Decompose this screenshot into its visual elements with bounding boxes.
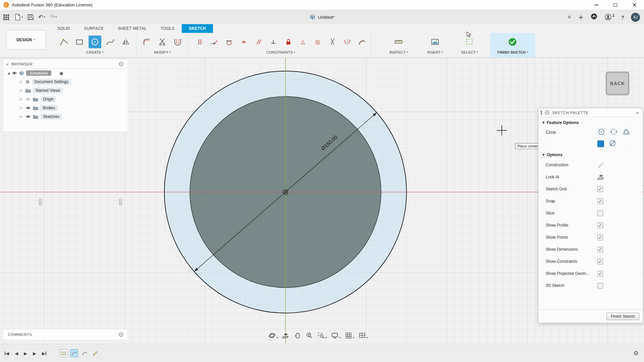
zoom-window-button[interactable]: ▾ — [317, 332, 327, 339]
activate-document-radio[interactable]: ◉ — [59, 71, 63, 75]
offset-tool-button[interactable] — [171, 36, 184, 48]
center-diameter-circle-option[interactable] — [597, 128, 605, 137]
snap-checkbox[interactable]: ✓ — [597, 198, 603, 204]
browser-item-named-views[interactable]: ▷ Named Views — [3, 86, 127, 95]
equal-constraint-button[interactable]: = — [239, 36, 249, 48]
eye-icon[interactable] — [25, 105, 31, 111]
fix-constraint-button[interactable] — [283, 36, 293, 48]
document-tab[interactable]: Untitled* — [310, 10, 334, 24]
selected-circle-mode-tile[interactable] — [597, 140, 604, 147]
show-projected-geometry-checkbox[interactable]: ✓ — [597, 271, 603, 277]
disclosure-triangle-icon[interactable]: ▷ — [19, 80, 23, 83]
viewports-button[interactable]: ▾ — [359, 332, 368, 339]
constraints-dropdown[interactable]: CONSTRAINTS ▾ — [266, 50, 295, 54]
palette-header[interactable]: SKETCH PALETTE » — [538, 108, 643, 117]
eye-icon[interactable] — [12, 70, 17, 76]
look-at-button-palette[interactable] — [597, 173, 605, 181]
go-to-start-button[interactable]: ◀ — [5, 351, 9, 356]
sketch-grid-checkbox[interactable]: ✓ — [597, 186, 603, 192]
insert-dropdown[interactable]: INSERT ▾ — [427, 50, 443, 54]
step-back-button[interactable]: ◀ — [15, 351, 18, 356]
insert-image-button[interactable] — [429, 36, 441, 48]
data-panel-button[interactable] — [3, 14, 10, 21]
zoom-button[interactable] — [306, 332, 313, 339]
tangent-circle-option[interactable] — [608, 139, 616, 148]
minimize-button[interactable] — [587, 0, 606, 10]
workspace-selector[interactable]: DESIGN ▾ — [6, 30, 46, 50]
curvature-constraint-button[interactable] — [357, 36, 367, 48]
browser-item-label[interactable]: Origin — [40, 96, 56, 102]
select-dropdown[interactable]: SELECT ▾ — [461, 50, 478, 54]
viewcube[interactable]: BACK — [606, 72, 629, 95]
parallel-constraint-button[interactable]: // — [254, 36, 264, 48]
feature-options-section[interactable]: ▼ Feature Options — [538, 117, 643, 127]
timeline-sketch-feature[interactable] — [80, 349, 89, 357]
save-button[interactable] — [27, 14, 34, 20]
rectangle-tool-button[interactable] — [73, 36, 86, 48]
collinear-constraint-button[interactable]: ╳ — [327, 36, 337, 48]
viewcube-back-face[interactable]: BACK — [610, 81, 625, 86]
redo-button[interactable]: ↷ ▾ — [50, 14, 57, 20]
horizontal-vertical-constraint-button[interactable] — [195, 36, 205, 48]
eye-icon[interactable] — [25, 97, 31, 102]
browser-item-bodies[interactable]: ▷ Bodies — [3, 104, 127, 112]
3d-sketch-checkbox[interactable]: ✓ — [597, 283, 603, 289]
play-button[interactable]: ▶ — [24, 351, 27, 356]
three-point-circle-option[interactable] — [622, 128, 630, 137]
show-constraints-checkbox[interactable]: ✓ — [597, 259, 603, 264]
browser-item-label[interactable]: Document Settings — [32, 79, 71, 85]
browser-item-label[interactable]: Sketches — [40, 114, 62, 120]
browser-item-label[interactable]: Bodies — [40, 105, 58, 111]
construction-toggle[interactable] — [597, 161, 605, 169]
undo-button[interactable]: ↶ ▾ — [38, 14, 45, 20]
drag-handle-icon[interactable] — [541, 110, 542, 115]
tab-tools[interactable]: TOOLS — [154, 24, 182, 33]
look-at-button[interactable] — [282, 332, 289, 339]
step-forward-button[interactable]: ▶ — [33, 351, 36, 356]
grid-and-snaps-button[interactable]: ▾ — [345, 332, 354, 339]
document-root-label[interactable]: (Unsaved) — [26, 70, 51, 76]
disclosure-triangle-icon[interactable]: ▷ — [19, 115, 23, 118]
line-tool-button[interactable] — [58, 36, 70, 48]
inspect-dropdown[interactable]: INSPECT ▾ — [389, 50, 408, 54]
collapse-palette-button[interactable]: » — [636, 111, 639, 115]
job-status-button[interactable] — [590, 13, 598, 21]
tab-solid[interactable]: SOLID — [50, 24, 77, 33]
pan-button[interactable] — [294, 332, 301, 339]
measure-tool-button[interactable] — [392, 36, 405, 48]
timeline-sketch-feature-selected[interactable] — [70, 349, 78, 357]
finish-sketch-dropdown[interactable]: FINISH SKETCH ▾ — [497, 50, 528, 54]
browser-minimize-button[interactable] — [119, 62, 123, 66]
modify-dropdown[interactable]: MODIFY ▾ — [154, 50, 171, 54]
timeline-position-marker[interactable] — [91, 349, 99, 357]
slice-checkbox[interactable]: ✓ — [597, 210, 603, 216]
eye-icon[interactable] — [25, 114, 31, 119]
browser-root-row[interactable]: ◢ (Unsaved) ◉ — [3, 69, 127, 77]
comments-expand-button[interactable] — [119, 332, 123, 337]
disclosure-triangle-icon[interactable]: ▷ — [19, 106, 23, 110]
browser-item-document-settings[interactable]: ▷ ⚙ Document Settings — [3, 77, 127, 86]
tab-surface[interactable]: SURFACE — [77, 24, 111, 33]
help-button[interactable]: ? — [621, 14, 624, 20]
tangent-constraint-button[interactable] — [224, 36, 234, 48]
create-dropdown[interactable]: CREATE ▾ — [87, 50, 104, 54]
comments-panel[interactable]: COMMENTS — [3, 329, 127, 340]
coincident-constraint-button[interactable] — [209, 36, 219, 48]
notifications-button[interactable]: 1 — [604, 13, 614, 21]
browser-item-origin[interactable]: ▷ Origin — [3, 95, 127, 104]
circle-tool-button[interactable] — [89, 36, 101, 48]
orbit-button[interactable]: ▾ — [268, 332, 278, 339]
disclosure-triangle-icon[interactable]: ▷ — [19, 89, 23, 92]
fillet-tool-button[interactable] — [141, 36, 153, 48]
close-window-button[interactable]: × — [625, 0, 644, 10]
close-document-button[interactable]: × — [567, 15, 572, 20]
options-section[interactable]: ▼ Options — [538, 149, 643, 159]
palette-minimize-button[interactable] — [545, 110, 549, 115]
user-avatar[interactable]: AJ — [631, 13, 640, 22]
two-point-circle-option[interactable] — [610, 128, 618, 137]
trim-tool-button[interactable] — [156, 36, 169, 48]
file-menu-button[interactable]: ▾ — [14, 13, 23, 21]
browser-item-sketches[interactable]: ▷ Sketches — [3, 112, 127, 121]
perpendicular-constraint-button[interactable]: ⊥ — [268, 36, 278, 48]
disclosure-triangle-icon[interactable]: ▷ — [19, 98, 23, 101]
